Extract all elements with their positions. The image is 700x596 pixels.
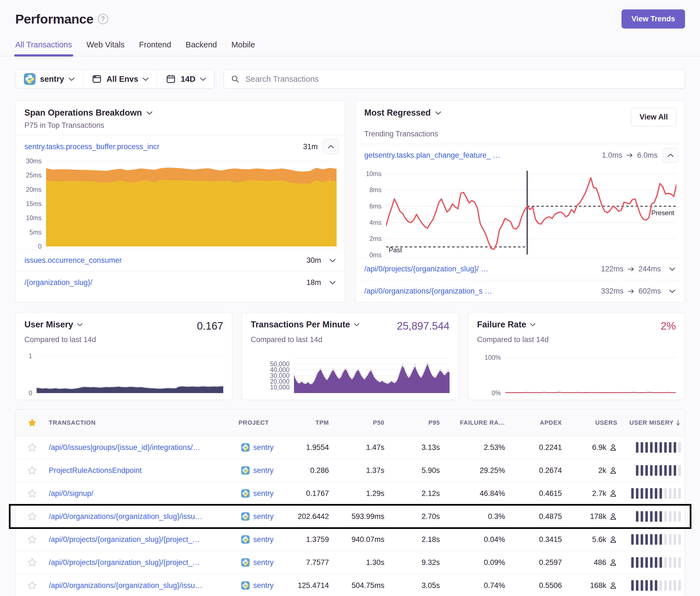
project-link[interactable]: sentry xyxy=(253,466,274,475)
performance-page: Performance ? View Trends All Transactio… xyxy=(0,0,700,596)
y-axis-labels: 10,00020,00030,00040,00050,000 xyxy=(250,356,294,393)
misery-bar-empty xyxy=(674,534,676,545)
column-header-transaction[interactable]: TRANSACTION xyxy=(49,419,226,426)
star-icon[interactable] xyxy=(27,465,37,475)
p95-cell: 2.70s xyxy=(393,512,448,521)
tab-web-vitals[interactable]: Web Vitals xyxy=(86,40,125,56)
misery-bar-empty xyxy=(664,580,667,591)
project-link[interactable]: sentry xyxy=(253,535,274,544)
project-filter[interactable]: sentry xyxy=(16,70,83,88)
search-input[interactable] xyxy=(245,74,678,84)
expand-row-button[interactable] xyxy=(666,267,679,271)
project-link[interactable]: sentry xyxy=(253,581,274,590)
misery-bar-filled xyxy=(650,465,653,476)
table-row[interactable]: /api/0/organizations/{organization_slug}… xyxy=(16,505,685,528)
misery-bar-filled xyxy=(659,488,662,499)
tpm-cell: 0.286 xyxy=(289,466,337,475)
sort-descending-icon[interactable] xyxy=(675,419,681,426)
column-header-user_misery[interactable]: USER MISERY xyxy=(628,419,685,426)
table-row[interactable]: /api/0/issues|groups/{issue_id}/integrat… xyxy=(16,436,685,459)
tpm-cell: 1.3759 xyxy=(289,535,337,544)
table-row[interactable]: /api/0/signup/ sentry 0.1767 1.29s 2.12s… xyxy=(16,482,685,505)
y-tick-label: 50,000 xyxy=(270,360,290,368)
regressed-transaction-link[interactable]: getsentry.tasks.plan_change_feature_ … xyxy=(365,151,602,160)
project-cell: sentry xyxy=(226,443,289,452)
favorites-star-icon[interactable] xyxy=(27,417,38,428)
column-header-failure_rate[interactable]: FAILURE RA… xyxy=(448,419,514,426)
misery-bars xyxy=(631,580,681,591)
misery-bar-filled xyxy=(645,580,648,591)
tab-frontend[interactable]: Frontend xyxy=(139,40,171,56)
table-row[interactable]: ProjectRuleActionsEndpoint sentry 0.286 … xyxy=(16,459,685,482)
star-icon[interactable] xyxy=(27,558,37,567)
tab-backend[interactable]: Backend xyxy=(185,40,217,56)
span-operation-link[interactable]: issues.occurrence_consumer xyxy=(24,256,306,265)
column-header-tpm[interactable]: TPM xyxy=(289,419,337,426)
star-icon[interactable] xyxy=(27,535,37,544)
span-operations-title[interactable]: Span Operations Breakdown xyxy=(24,108,153,118)
misery-bar-filled xyxy=(674,442,676,453)
misery-bar-filled xyxy=(645,488,648,499)
expand-row-button[interactable] xyxy=(666,289,679,293)
transaction-link[interactable]: /api/0/projects/{organization_slug}/{pro… xyxy=(49,535,226,544)
misery-bar-filled xyxy=(645,557,648,568)
misery-bar-empty xyxy=(664,534,667,545)
chevron-down-icon xyxy=(669,289,675,293)
span-operation-link[interactable]: sentry.tasks.process_buffer.process_incr xyxy=(24,142,303,151)
tab-all-transactions[interactable]: All Transactions xyxy=(15,40,72,56)
transaction-link[interactable]: ProjectRuleActionsEndpoint xyxy=(49,466,226,475)
view-trends-button[interactable]: View Trends xyxy=(622,9,685,29)
project-link[interactable]: sentry xyxy=(253,558,274,567)
star-icon[interactable] xyxy=(27,488,37,498)
project-link[interactable]: sentry xyxy=(253,489,274,498)
failure-rate-card-title[interactable]: Failure Rate xyxy=(477,320,535,330)
misery-bar-filled xyxy=(650,534,653,545)
transaction-link[interactable]: /api/0/organizations/{organization_slug}… xyxy=(49,581,226,590)
column-header-apdex[interactable]: APDEX xyxy=(514,419,570,426)
regressed-transaction-link[interactable]: /api/0/organizations/{organization_s … xyxy=(365,287,601,295)
apdex-cell: 0.2597 xyxy=(514,558,570,567)
star-icon[interactable] xyxy=(27,442,37,452)
span-ops-chart: 05ms10ms15ms20ms25ms30ms xyxy=(16,161,337,247)
view-all-button[interactable]: View All xyxy=(631,108,676,126)
project-link[interactable]: sentry xyxy=(253,443,274,452)
python-project-icon xyxy=(241,512,250,521)
column-header-users[interactable]: USERS xyxy=(570,419,628,426)
span-operation-link[interactable]: /{organization_slug}/ xyxy=(24,278,306,287)
column-header-project[interactable]: PROJECT xyxy=(226,419,289,426)
expand-row-button[interactable] xyxy=(326,259,339,262)
most-regressed-title[interactable]: Most Regressed xyxy=(365,108,441,118)
environment-filter[interactable]: All Envs xyxy=(83,70,157,88)
table-row[interactable]: /api/0/organizations/{organization_slug}… xyxy=(16,574,685,596)
span-operation-duration: 18m xyxy=(306,278,321,287)
help-icon[interactable]: ? xyxy=(98,14,108,24)
failure-rate-cell: 0.3% xyxy=(448,512,514,521)
filter-bar: sentry All Envs 14D xyxy=(15,69,685,89)
column-header-p50[interactable]: P50 xyxy=(337,419,393,426)
column-header-p95[interactable]: P95 xyxy=(393,419,448,426)
project-cell: sentry xyxy=(226,489,289,498)
transaction-link[interactable]: /api/0/organizations/{organization_slug}… xyxy=(49,512,226,521)
collapse-row-button[interactable] xyxy=(323,139,339,154)
date-range-filter[interactable]: 14D xyxy=(157,70,214,88)
expand-row-button[interactable] xyxy=(326,281,339,284)
transaction-link[interactable]: /api/0/issues|groups/{issue_id}/integrat… xyxy=(49,443,226,452)
y-tick-label: 6ms xyxy=(369,202,381,210)
misery-bar-empty xyxy=(659,580,662,591)
project-cell: sentry xyxy=(226,512,289,521)
y-tick-label: 1 xyxy=(29,352,32,360)
past-label: Past xyxy=(389,246,402,254)
tab-mobile[interactable]: Mobile xyxy=(231,40,255,56)
table-row[interactable]: /api/0/projects/{organization_slug}/{pro… xyxy=(16,528,685,551)
star-icon[interactable] xyxy=(27,580,37,591)
transaction-link[interactable]: /api/0/projects/{organization_slug}/{pro… xyxy=(49,558,226,567)
collapse-row-button[interactable] xyxy=(662,148,679,163)
star-icon[interactable] xyxy=(27,512,37,521)
table-row[interactable]: /api/0/projects/{organization_slug}/{pro… xyxy=(16,551,685,574)
tpm-card-title[interactable]: Transactions Per Minute xyxy=(251,320,359,330)
misery-bar-filled xyxy=(669,442,671,453)
regressed-transaction-link[interactable]: /api/0/projects/{organization_slug}/ … xyxy=(365,265,601,273)
transaction-link[interactable]: /api/0/signup/ xyxy=(49,489,226,498)
user-misery-card-title[interactable]: User Misery xyxy=(24,320,83,330)
project-link[interactable]: sentry xyxy=(253,512,274,521)
